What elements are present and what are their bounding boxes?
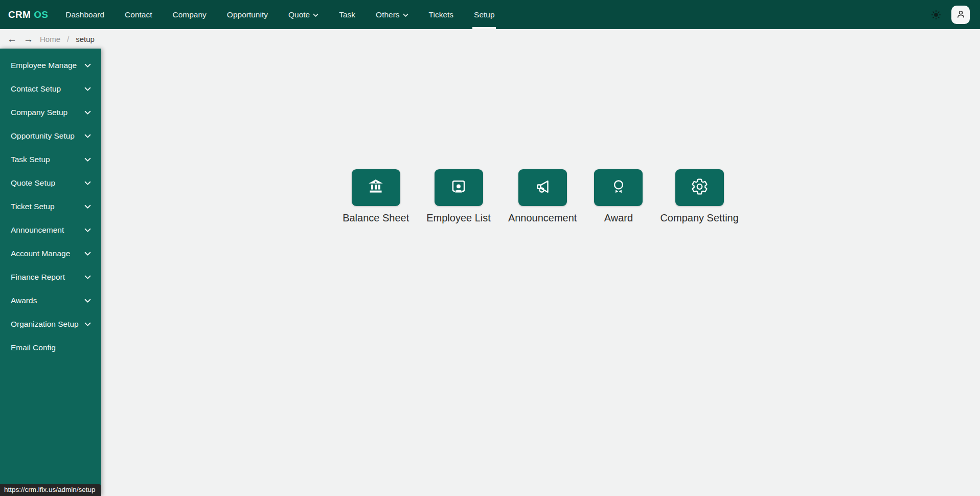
navbar-right-actions	[930, 6, 972, 24]
sidebar-item-awards[interactable]: Awards	[0, 289, 101, 312]
chevron-down-icon	[313, 10, 318, 19]
award-icon	[609, 177, 628, 198]
chevron-down-icon	[84, 157, 91, 162]
tile-announcement[interactable]: Announcement	[508, 169, 577, 224]
nav-item-company[interactable]: Company	[162, 0, 216, 29]
sidebar-item-quote-setup[interactable]: Quote Setup	[0, 171, 101, 195]
sidebar-item-company-setup[interactable]: Company Setup	[0, 101, 101, 124]
breadcrumb: ← → Home / setup	[0, 29, 980, 49]
tile-award[interactable]: Award	[594, 169, 643, 224]
sidebar-item-organization-setup[interactable]: Organization Setup	[0, 312, 101, 336]
sidebar-item-email-config[interactable]: Email Config	[0, 336, 101, 359]
breadcrumb-current-page: setup	[76, 35, 95, 43]
sidebar: Employee Manage Contact Setup Company Se…	[0, 49, 101, 496]
sidebar-item-announcement[interactable]: Announcement	[0, 218, 101, 242]
logo-text-crm: CRM	[8, 9, 31, 20]
megaphone-icon	[533, 177, 552, 198]
sidebar-item-ticket-setup[interactable]: Ticket Setup	[0, 195, 101, 218]
bank-icon	[366, 177, 385, 198]
chevron-down-icon	[84, 228, 91, 233]
sidebar-item-contact-setup[interactable]: Contact Setup	[0, 77, 101, 101]
sidebar-item-account-manage[interactable]: Account Manage	[0, 242, 101, 265]
main-content: Balance Sheet Employee List	[101, 49, 980, 496]
breadcrumb-separator: /	[67, 35, 69, 43]
nav-item-others[interactable]: Others	[366, 0, 419, 29]
sun-icon[interactable]	[930, 9, 942, 21]
status-url-tooltip: https://crm.lfix.us/admin/setup	[0, 484, 101, 496]
person-icon	[955, 9, 966, 21]
tile-label: Balance Sheet	[343, 212, 409, 224]
chevron-down-icon	[84, 87, 91, 92]
nav-item-task[interactable]: Task	[329, 0, 366, 29]
chevron-down-icon	[84, 205, 91, 209]
chevron-down-icon	[84, 181, 91, 186]
chevron-down-icon	[84, 299, 91, 303]
person-video-icon	[449, 177, 468, 198]
tile-balance-sheet[interactable]: Balance Sheet	[343, 169, 409, 224]
tile-employee-list[interactable]: Employee List	[426, 169, 491, 224]
breadcrumb-home-link[interactable]: Home	[40, 35, 60, 43]
sidebar-item-finance-report[interactable]: Finance Report	[0, 265, 101, 289]
chevron-down-icon	[84, 252, 91, 256]
nav-item-tickets[interactable]: Tickets	[419, 0, 464, 29]
tile-label: Announcement	[508, 212, 577, 224]
tile-label: Employee List	[426, 212, 491, 224]
nav-item-opportunity[interactable]: Opportunity	[217, 0, 278, 29]
sidebar-item-employee-manage[interactable]: Employee Manage	[0, 54, 101, 77]
sidebar-item-opportunity-setup[interactable]: Opportunity Setup	[0, 124, 101, 148]
top-navbar: CRM OS Dashboard Contact Company Opportu…	[0, 0, 980, 29]
nav-item-dashboard[interactable]: Dashboard	[55, 0, 115, 29]
back-icon[interactable]: ←	[7, 34, 17, 44]
chevron-down-icon	[84, 110, 91, 115]
tile-label: Award	[604, 212, 633, 224]
tile-company-setting[interactable]: Company Setting	[660, 169, 738, 224]
forward-icon[interactable]: →	[24, 34, 33, 44]
sidebar-item-task-setup[interactable]: Task Setup	[0, 148, 101, 171]
chevron-down-icon	[84, 63, 91, 68]
nav-item-contact[interactable]: Contact	[115, 0, 162, 29]
profile-button[interactable]	[951, 6, 970, 24]
chevron-down-icon	[84, 134, 91, 139]
chevron-down-icon	[84, 275, 91, 280]
chevron-down-icon	[84, 322, 91, 327]
nav-item-setup[interactable]: Setup	[464, 0, 505, 29]
nav-item-quote[interactable]: Quote	[278, 0, 329, 29]
chevron-down-icon	[403, 10, 408, 19]
gear-icon	[690, 177, 709, 198]
main-nav: Dashboard Contact Company Opportunity Qu…	[55, 0, 505, 29]
app-logo[interactable]: CRM OS	[8, 9, 48, 20]
logo-text-os: OS	[34, 9, 48, 20]
tile-label: Company Setting	[660, 212, 738, 224]
setup-tiles: Balance Sheet Employee List	[343, 169, 739, 224]
